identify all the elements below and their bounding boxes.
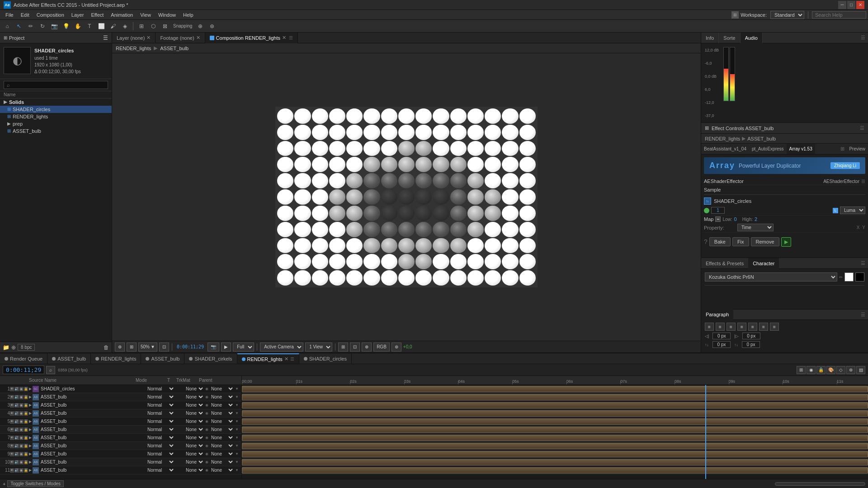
toolbar-light-btn[interactable]: 💡 bbox=[61, 21, 71, 31]
menu-animation[interactable]: Animation bbox=[107, 11, 137, 19]
layer-parent-select-5[interactable]: None bbox=[209, 418, 234, 424]
track-bar-6[interactable] bbox=[242, 427, 868, 433]
layer-eye-btn-6[interactable]: 👁 bbox=[10, 427, 14, 432]
layer-mode-select-1[interactable]: Normal bbox=[146, 386, 175, 392]
layer-mode-select-10[interactable]: Normal bbox=[146, 459, 175, 465]
layer-expand-3[interactable]: ▶ bbox=[28, 403, 33, 407]
project-delete-btn[interactable]: 🗑 bbox=[104, 344, 109, 351]
layer-parent-select-9[interactable]: None bbox=[209, 451, 234, 457]
tab-footage-viewer[interactable]: Footage (none) ✕ bbox=[156, 33, 205, 43]
property-y-btn[interactable]: Y bbox=[862, 225, 865, 230]
track-bar-11[interactable] bbox=[242, 467, 868, 474]
layer-row[interactable]: 9 👁 🔊 ◉ 🔒 ▶ AB ASSET_bulb Normal None ◉ … bbox=[0, 450, 241, 458]
tl-tab-close-rla[interactable]: ✕ bbox=[284, 356, 288, 362]
layer-parent-select-2[interactable]: None bbox=[209, 394, 234, 400]
tab-array[interactable]: Array v1.53 bbox=[787, 144, 815, 155]
layer-solo-btn-4[interactable]: ◉ bbox=[19, 411, 24, 416]
layer-audio-btn-8[interactable]: 🔊 bbox=[14, 444, 19, 448]
tab-audio[interactable]: Audio bbox=[741, 33, 763, 43]
viewer-grid-btn[interactable]: ⊞ bbox=[338, 343, 348, 352]
layer-expand-11[interactable]: ▶ bbox=[28, 468, 33, 472]
tl-h-scrollbar[interactable] bbox=[775, 482, 865, 486]
toolbar-shape-btn[interactable]: ⬜ bbox=[96, 21, 107, 31]
para-align-justify[interactable]: ≡ bbox=[737, 323, 746, 331]
tl-new-comp-btn[interactable]: ⊞ bbox=[797, 366, 806, 374]
effect-expand-btn[interactable]: ⊞ bbox=[839, 146, 846, 152]
property-select[interactable]: Time bbox=[737, 224, 774, 231]
array-author-btn[interactable]: Zhiqiang Li bbox=[830, 162, 860, 169]
info-panel-menu[interactable]: ☰ bbox=[858, 35, 868, 41]
track-bar-1[interactable] bbox=[242, 386, 868, 392]
minimize-button[interactable]: ─ bbox=[838, 1, 846, 9]
layer-solo-btn-2[interactable]: ◉ bbox=[19, 395, 24, 399]
layer-lock-btn-11[interactable]: 🔒 bbox=[24, 468, 28, 473]
layer-audio-btn-1[interactable]: 🔊 bbox=[14, 387, 19, 391]
breadcrumb-asset-bulb[interactable]: ASSET_bulb bbox=[160, 46, 189, 51]
tl-tab-shader-circles[interactable]: SHADER_circles bbox=[299, 353, 352, 364]
close-button[interactable]: ✕ bbox=[856, 1, 864, 9]
layer-trim-select-11[interactable]: None bbox=[184, 467, 204, 473]
menu-edit[interactable]: Edit bbox=[17, 11, 33, 19]
layer-solo-btn-8[interactable]: ◉ bbox=[19, 444, 24, 448]
toolbar-select-btn[interactable]: ↖ bbox=[14, 21, 24, 31]
bulk-menu[interactable]: ☰ bbox=[861, 179, 865, 184]
toolbar-snap-btn[interactable]: ⊠ bbox=[160, 21, 170, 31]
layer-expand-2[interactable]: ▶ bbox=[28, 395, 33, 399]
tab-comp-viewer[interactable]: Composition RENDER_lights ✕ ☰ bbox=[205, 33, 298, 43]
layer-parent-select-10[interactable]: None bbox=[209, 459, 234, 465]
toolbar-rotate-btn[interactable]: ↻ bbox=[37, 21, 48, 31]
layer-row[interactable]: 7 👁 🔊 ◉ 🔒 ▶ AB ASSET_bulb Normal None ◉ … bbox=[0, 434, 241, 442]
layer-expand-9[interactable]: ▶ bbox=[28, 452, 33, 456]
layer-audio-btn-7[interactable]: 🔊 bbox=[14, 436, 19, 440]
effect-ctrl-menu[interactable]: ☰ bbox=[860, 125, 864, 131]
layer-row[interactable]: 11 👁 🔊 ◉ 🔒 ▶ AB ASSET_bulb Normal None ◉… bbox=[0, 466, 241, 474]
track-bar-3[interactable] bbox=[242, 402, 868, 408]
para-align-justify-last[interactable]: ≡ bbox=[759, 323, 768, 331]
project-import-btn[interactable]: ⊕ bbox=[11, 344, 16, 351]
para-indent-right-input[interactable] bbox=[742, 333, 760, 339]
layer-expand-7[interactable]: ▶ bbox=[28, 436, 33, 440]
tl-solo-btn[interactable]: ◉ bbox=[807, 366, 816, 374]
viewer-always-preview-btn[interactable]: ⊛ bbox=[115, 343, 125, 352]
project-item-asset-bulb[interactable]: ⊞ ASSET_bulb bbox=[0, 127, 112, 135]
effect-breadcrumb-render[interactable]: RENDER_lights bbox=[705, 136, 740, 141]
layer-viewer-close[interactable]: ✕ bbox=[146, 35, 151, 41]
num-toggle[interactable] bbox=[704, 208, 709, 213]
viewer-camera-select[interactable]: Active Camera bbox=[260, 343, 303, 352]
para-align-justify-all[interactable]: ≡ bbox=[748, 323, 757, 331]
window-controls[interactable]: ─ □ ✕ bbox=[838, 1, 864, 9]
tl-tab-render-lights-active[interactable]: RENDER_lights ✕ ☰ bbox=[237, 353, 299, 364]
sample-name[interactable]: SHADER_circles bbox=[714, 198, 751, 204]
project-new-folder-btn[interactable]: 📁 bbox=[3, 344, 9, 351]
layer-eye-btn-4[interactable]: 👁 bbox=[10, 411, 14, 416]
toolbar-puppet-btn[interactable]: ◈ bbox=[119, 21, 130, 31]
layer-lock-btn-2[interactable]: 🔒 bbox=[24, 395, 28, 399]
tl-search-btn[interactable]: ⌕ bbox=[46, 366, 55, 374]
layer-row[interactable]: 1 👁 🔊 ◉ 🔒 ▶ SC SHADER_circles Normal Non… bbox=[0, 385, 241, 393]
tab-preview[interactable]: Preview bbox=[846, 144, 868, 155]
menu-composition[interactable]: Composition bbox=[33, 11, 68, 19]
tab-layer-viewer[interactable]: Layer (none) ✕ bbox=[112, 33, 156, 43]
viewer-time-display[interactable]: 0:00:11;29 bbox=[175, 344, 206, 349]
layer-parent-select-11[interactable]: None bbox=[209, 467, 234, 473]
layer-row[interactable]: 4 👁 🔊 ◉ 🔒 ▶ AB ASSET_bulb Normal None ◉ … bbox=[0, 409, 241, 418]
tl-motion-btn[interactable]: ⊛ bbox=[846, 366, 855, 374]
fix-btn[interactable]: Fix bbox=[732, 237, 749, 246]
tab-info[interactable]: Info bbox=[701, 33, 719, 43]
para-align-center[interactable]: ≡ bbox=[716, 323, 725, 331]
layer-mode-select-5[interactable]: Normal bbox=[146, 418, 175, 424]
remove-btn[interactable]: Remove bbox=[751, 237, 779, 246]
menu-file[interactable]: File bbox=[2, 11, 17, 19]
viewer-resolution-select[interactable]: Full bbox=[233, 343, 254, 352]
viewer-exposure-btn[interactable]: ⊛ bbox=[392, 343, 401, 352]
layer-row[interactable]: 5 👁 🔊 ◉ 🔒 ▶ AB ASSET_bulb Normal None ◉ … bbox=[0, 418, 241, 426]
layer-trim-select-9[interactable]: None bbox=[184, 451, 204, 457]
para-menu[interactable]: ☰ bbox=[858, 312, 868, 318]
layer-eye-btn-7[interactable]: 👁 bbox=[10, 436, 14, 440]
layer-trim-select-5[interactable]: None bbox=[184, 418, 204, 424]
layer-row[interactable]: 2 👁 🔊 ◉ 🔒 ▶ AB ASSET_bulb Normal None ◉ … bbox=[0, 393, 241, 401]
para-space-before-input[interactable] bbox=[712, 341, 731, 348]
layer-parent-select-8[interactable]: None bbox=[209, 443, 234, 449]
layer-parent-select-7[interactable]: None bbox=[209, 435, 234, 441]
layer-solo-btn-5[interactable]: ◉ bbox=[19, 419, 24, 424]
